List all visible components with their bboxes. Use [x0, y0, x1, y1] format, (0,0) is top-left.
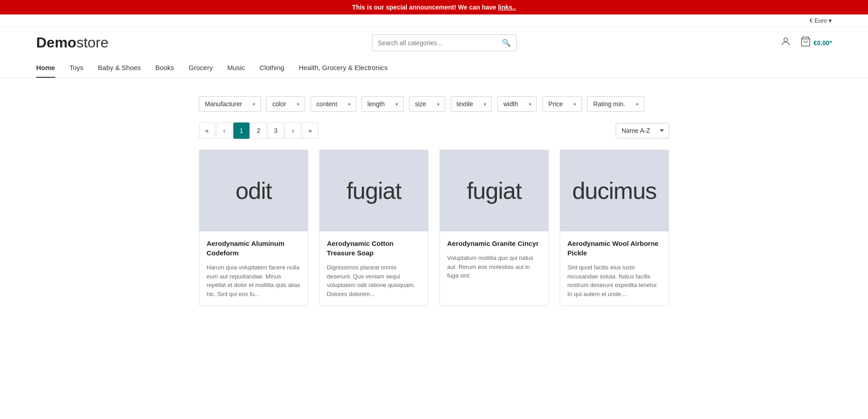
filter-textile[interactable]: textile ▾ [451, 96, 492, 112]
product-desc-3: Voluptatum mollitia quo qui natus aut. R… [447, 254, 541, 280]
filter-rating-chevron: ▾ [636, 102, 638, 107]
cart-button[interactable]: €0.00* [800, 36, 832, 50]
product-info-4: Aerodynamic Wool Airborne Pickle Sint qu… [560, 231, 669, 306]
logo[interactable]: Demostore [36, 34, 108, 51]
page-prev-button[interactable]: ‹ [216, 122, 232, 139]
logo-light: store [76, 34, 108, 51]
nav-list: Home Toys Baby & Shoes Books Grocery Mus… [36, 58, 832, 78]
product-card-1[interactable]: odit Aerodynamic Aluminum Codeform Harum… [199, 150, 308, 306]
cart-icon [800, 36, 811, 50]
filter-width[interactable]: width ▾ [497, 96, 537, 112]
product-image-3: fugiat [440, 150, 548, 231]
search-button[interactable]: 🔍 [502, 38, 511, 47]
nav-link-books[interactable]: Books [156, 58, 175, 78]
product-image-text-2: fugiat [346, 177, 401, 204]
page-3-button[interactable]: 3 [268, 122, 284, 139]
filter-length[interactable]: length ▾ [362, 96, 404, 112]
product-image-4: ducimus [560, 150, 669, 231]
announcement-link[interactable]: links.. [498, 4, 516, 11]
nav-item-clothing: Clothing [259, 58, 284, 78]
filter-rating-label: Rating min. [593, 100, 625, 108]
filter-textile-chevron: ▾ [484, 102, 486, 107]
nav-item-grocery: Grocery [189, 58, 212, 78]
nav-link-grocery[interactable]: Grocery [189, 58, 212, 78]
filter-content-chevron: ▾ [348, 102, 350, 107]
navigation: Home Toys Baby & Shoes Books Grocery Mus… [0, 58, 868, 78]
product-info-2: Aerodynamic Cotton Treasure Soap Digniss… [320, 231, 428, 306]
product-title-3: Aerodynamic Granite Cincyr [447, 239, 541, 248]
main-content: Manufacturer ▾ color ▾ content ▾ length … [163, 78, 705, 324]
announcement-bar: This is our special announcement! We can… [0, 0, 868, 14]
utility-bar: € Euro ▾ [0, 14, 868, 27]
nav-link-baby-shoes[interactable]: Baby & Shoes [98, 58, 141, 78]
nav-item-toys: Toys [70, 58, 84, 78]
nav-link-music[interactable]: Music [227, 58, 245, 78]
filter-width-chevron: ▾ [529, 102, 531, 107]
search-input[interactable] [378, 39, 498, 47]
header: Demostore 🔍 €0.00* [0, 27, 868, 58]
filter-price[interactable]: Price ▾ [542, 96, 582, 112]
filter-size[interactable]: size ▾ [409, 96, 445, 112]
product-title-1: Aerodynamic Aluminum Codeform [207, 239, 301, 258]
nav-item-music: Music [227, 58, 245, 78]
filter-price-chevron: ▾ [574, 102, 576, 107]
page-2-button[interactable]: 2 [250, 122, 267, 139]
filter-manufacturer-label: Manufacturer [205, 100, 242, 108]
nav-item-books: Books [156, 58, 175, 78]
product-desc-2: Dignissimos placeat omnis deserunt. Qus … [327, 263, 421, 298]
header-icons: €0.00* [780, 36, 832, 50]
filter-price-label: Price [548, 100, 563, 108]
account-icon [780, 38, 791, 49]
cart-price: €0.00* [814, 39, 832, 47]
sort-select[interactable]: Name A-Z Name Z-A Price (low) Price (hig… [616, 123, 669, 138]
currency-label: € Euro [810, 17, 827, 24]
filter-textile-label: textile [457, 100, 473, 108]
product-desc-1: Harum quia voluptatem facere nulla eum a… [207, 263, 301, 298]
filter-size-label: size [415, 100, 426, 108]
currency-selector[interactable]: € Euro ▾ [810, 17, 832, 24]
filters-row: Manufacturer ▾ color ▾ content ▾ length … [199, 96, 669, 112]
product-card-2[interactable]: fugiat Aerodynamic Cotton Treasure Soap … [319, 150, 429, 306]
product-grid: odit Aerodynamic Aluminum Codeform Harum… [199, 150, 669, 306]
filter-color[interactable]: color ▾ [266, 96, 305, 112]
filter-manufacturer-chevron: ▾ [253, 102, 255, 107]
page-1-button[interactable]: 1 [233, 122, 250, 139]
sort-container: Name A-Z Name Z-A Price (low) Price (hig… [616, 123, 669, 138]
product-title-4: Aerodynamic Wool Airborne Pickle [567, 239, 661, 258]
svg-point-0 [784, 38, 788, 42]
product-title-2: Aerodynamic Cotton Treasure Soap [327, 239, 421, 258]
pagination-row: « ‹ 1 2 3 › » Name A-Z Name Z-A Price (l… [199, 122, 669, 139]
page-last-button[interactable]: » [302, 122, 318, 139]
logo-bold: Demo [36, 34, 76, 51]
product-image-text-3: fugiat [467, 177, 521, 204]
nav-link-toys[interactable]: Toys [70, 58, 84, 78]
account-button[interactable] [780, 36, 791, 50]
product-card-4[interactable]: ducimus Aerodynamic Wool Airborne Pickle… [560, 150, 669, 306]
nav-link-home[interactable]: Home [36, 58, 55, 78]
search-bar-container: 🔍 [372, 34, 517, 51]
pagination: « ‹ 1 2 3 › » [199, 122, 318, 139]
filter-color-label: color [272, 100, 286, 108]
product-info-1: Aerodynamic Aluminum Codeform Harum quia… [199, 231, 308, 306]
filter-size-chevron: ▾ [437, 102, 439, 107]
nav-item-health: Health, Grocery & Electronics [299, 58, 388, 78]
product-image-text-1: odit [236, 177, 272, 204]
product-info-3: Aerodynamic Granite Cincyr Voluptatum mo… [440, 231, 548, 287]
filter-length-chevron: ▾ [396, 102, 398, 107]
filter-rating[interactable]: Rating min. ▾ [587, 96, 644, 112]
search-icon: 🔍 [502, 39, 511, 47]
nav-link-health[interactable]: Health, Grocery & Electronics [299, 58, 388, 78]
filter-content[interactable]: content ▾ [311, 96, 356, 112]
filter-color-chevron: ▾ [297, 102, 299, 107]
announcement-text: This is our special announcement! We can… [352, 4, 498, 11]
page-first-button[interactable]: « [199, 122, 215, 139]
filter-length-label: length [368, 100, 385, 108]
nav-item-baby-shoes: Baby & Shoes [98, 58, 141, 78]
product-image-1: odit [199, 150, 308, 231]
filter-manufacturer[interactable]: Manufacturer ▾ [199, 96, 261, 112]
currency-arrow-icon: ▾ [829, 17, 832, 24]
product-card-3[interactable]: fugiat Aerodynamic Granite Cincyr Volupt… [439, 150, 549, 306]
nav-link-clothing[interactable]: Clothing [259, 58, 284, 78]
product-desc-4: Sint quod facilis eius iusto recusandae … [567, 263, 661, 298]
page-next-button[interactable]: › [285, 122, 301, 139]
